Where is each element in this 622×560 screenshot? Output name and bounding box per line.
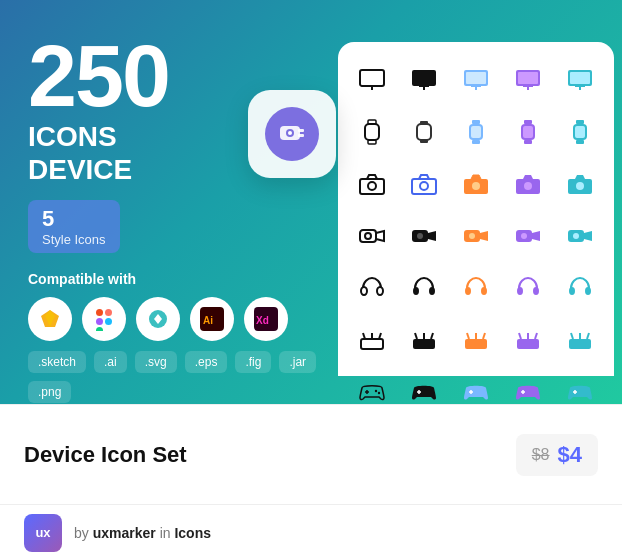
icon-controller-blue <box>454 370 498 404</box>
svg-rect-40 <box>420 140 428 143</box>
svg-rect-48 <box>524 140 532 144</box>
svg-rect-17 <box>360 70 384 86</box>
craft-icon <box>136 297 180 341</box>
svg-point-81 <box>569 287 575 295</box>
svg-rect-91 <box>465 339 487 349</box>
svg-point-105 <box>375 390 377 392</box>
svg-rect-52 <box>576 140 584 144</box>
svg-rect-2 <box>96 309 103 316</box>
svg-line-92 <box>467 333 469 339</box>
icon-security-cam-orange <box>454 214 498 258</box>
compatible-tools: Ai Xd <box>28 297 338 341</box>
svg-point-106 <box>378 392 380 394</box>
compatible-label: Compatible with <box>28 271 338 287</box>
icon-router-outline <box>350 318 394 362</box>
svg-rect-24 <box>466 72 486 84</box>
icon-watch-blue <box>454 110 498 154</box>
svg-rect-47 <box>524 120 532 124</box>
featured-icon-bubble <box>248 90 336 178</box>
svg-rect-16 <box>298 134 304 137</box>
icon-security-cam-teal <box>558 214 602 258</box>
icon-router-orange <box>454 318 498 362</box>
svg-rect-50 <box>575 126 585 138</box>
svg-text:Xd: Xd <box>256 315 269 326</box>
icon-camera-teal <box>558 162 602 206</box>
svg-rect-43 <box>472 120 480 124</box>
svg-rect-46 <box>523 126 533 138</box>
avatar-text: ux <box>35 525 50 540</box>
figma-icon <box>82 297 126 341</box>
icon-watch-outline2 <box>402 110 446 154</box>
svg-line-100 <box>571 333 573 339</box>
file-type-ai: .ai <box>94 351 127 373</box>
style-badge: 5 Style Icons <box>28 200 120 253</box>
svg-rect-39 <box>420 121 428 124</box>
svg-rect-28 <box>518 72 538 84</box>
svg-rect-37 <box>368 140 376 144</box>
file-type-jar: .jar <box>279 351 316 373</box>
svg-point-75 <box>413 287 419 295</box>
svg-point-14 <box>288 131 292 135</box>
icon-router-teal <box>558 318 602 362</box>
icon-monitor-outline <box>350 58 394 102</box>
icon-camera-blue-outline <box>402 162 446 206</box>
file-type-svg: .svg <box>135 351 177 373</box>
left-content: 250 ICONS DEVICE 5 Style Icons Compatibl… <box>28 32 338 376</box>
svg-point-79 <box>517 287 523 295</box>
icon-camera-outline <box>350 162 394 206</box>
svg-line-98 <box>535 333 537 339</box>
svg-point-54 <box>368 182 376 190</box>
icon-camera-purple <box>506 162 550 206</box>
in-label: in <box>160 525 175 541</box>
file-type-eps: .eps <box>185 351 228 373</box>
svg-rect-35 <box>365 124 379 140</box>
svg-rect-51 <box>576 120 584 124</box>
icon-router-black <box>402 318 446 362</box>
style-label: Style Icons <box>42 232 106 247</box>
file-type-sketch: .sketch <box>28 351 86 373</box>
icon-controller-black <box>402 370 446 404</box>
svg-point-62 <box>576 182 584 190</box>
icon-monitor-teal <box>558 58 602 102</box>
file-type-png: .png <box>28 381 71 403</box>
icon-camera-orange <box>454 162 498 206</box>
icon-headphone-teal <box>558 266 602 310</box>
icon-controller-purple <box>506 370 550 404</box>
svg-rect-38 <box>417 124 431 140</box>
svg-line-94 <box>483 333 485 339</box>
file-type-fig: .fig <box>235 351 271 373</box>
product-card: 250 ICONS DEVICE 5 Style Icons Compatibl… <box>0 0 622 560</box>
svg-point-80 <box>533 287 539 295</box>
svg-line-102 <box>587 333 589 339</box>
icon-monitor-purple <box>506 58 550 102</box>
svg-line-88 <box>415 333 417 339</box>
product-info: Device Icon Set $8 $4 <box>0 404 622 504</box>
svg-rect-83 <box>361 339 383 349</box>
icon-headphone-black <box>402 266 446 310</box>
svg-point-76 <box>429 287 435 295</box>
svg-text:Ai: Ai <box>203 315 213 326</box>
svg-point-60 <box>524 182 532 190</box>
icon-grid <box>350 58 602 404</box>
icon-monitor-black <box>402 58 446 102</box>
svg-point-64 <box>365 233 371 239</box>
file-types: .sketch .ai .svg .eps .fig .jar .png <box>28 351 338 403</box>
svg-line-96 <box>519 333 521 339</box>
svg-rect-32 <box>570 72 590 84</box>
xd-icon: Xd <box>244 297 288 341</box>
icon-grid-panel <box>338 42 614 376</box>
author-name: uxmarker <box>93 525 156 541</box>
svg-line-90 <box>431 333 433 339</box>
svg-point-70 <box>521 233 527 239</box>
svg-rect-42 <box>471 126 481 138</box>
svg-rect-99 <box>569 339 591 349</box>
icon-headphone-purple <box>506 266 550 310</box>
svg-point-68 <box>469 233 475 239</box>
svg-point-82 <box>585 287 591 295</box>
original-price: $8 <box>532 446 550 464</box>
style-count: 5 <box>42 206 106 232</box>
icon-monitor-blue <box>454 58 498 102</box>
svg-point-56 <box>420 182 428 190</box>
by-label: by <box>74 525 93 541</box>
icon-watch-outline <box>350 110 394 154</box>
